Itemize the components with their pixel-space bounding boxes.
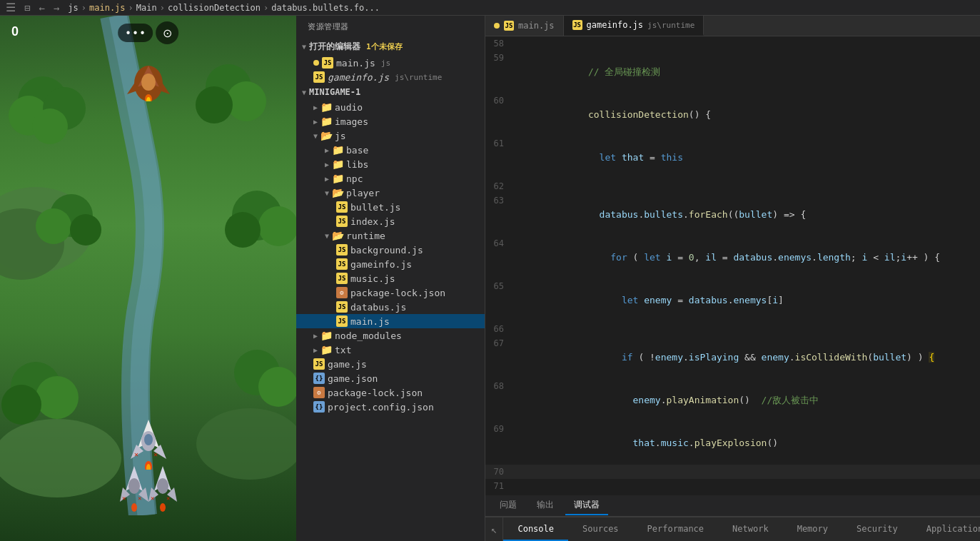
top-bar: ☰ ⊟ ← → js › main.js › Main › collisionD… xyxy=(0,0,980,16)
folder-arrow xyxy=(313,103,318,111)
devtools-icons: ↖ xyxy=(485,517,503,541)
devtools-tab-security[interactable]: Security xyxy=(842,517,912,541)
pkg-icon: ⚙ xyxy=(336,287,348,298)
tab-output[interactable]: 输出 xyxy=(528,496,562,515)
folder-arrow xyxy=(325,146,329,154)
file-gameinfo-js[interactable]: JS gameinfo.js xyxy=(296,257,485,271)
svg-point-24 xyxy=(141,74,156,91)
open-editors-badge: 1个未保存 xyxy=(366,41,403,52)
code-editor-area[interactable]: 58 59 // 全局碰撞检测 60 collisionDetection() … xyxy=(485,36,980,495)
devtools-tab-console[interactable]: Console xyxy=(503,517,568,541)
svg-point-0 xyxy=(18,76,68,126)
devtools-tab-sources[interactable]: Sources xyxy=(568,517,633,541)
project-arrow xyxy=(302,89,306,96)
svg-point-8 xyxy=(0,208,64,280)
file-background-js[interactable]: JS background.js xyxy=(296,243,485,257)
file-game-js[interactable]: JS game.js xyxy=(296,357,485,371)
folder-icon: 📁 xyxy=(320,116,332,127)
folder-npc[interactable]: 📁 npc xyxy=(296,171,485,186)
file-package-lock-json[interactable]: ⚙ package-lock.json xyxy=(296,385,485,400)
svg-text:✕: ✕ xyxy=(138,495,141,502)
folder-audio[interactable]: 📁 audio xyxy=(296,100,485,114)
js-icon: JS xyxy=(322,57,333,69)
devtools-tab-performance[interactable]: Performance xyxy=(633,517,718,541)
explorer-title: 资源管理器 xyxy=(296,16,485,38)
svg-point-39 xyxy=(128,478,140,494)
devtools-tab-bar: ↖ Console Sources Performance Network Me… xyxy=(485,517,980,541)
code-line-58: 58 xyxy=(485,36,980,51)
svg-text:✕: ✕ xyxy=(134,450,138,458)
open-file-gameinfo-js[interactable]: JS gameinfo.js js\runtime xyxy=(296,70,485,84)
svg-point-31 xyxy=(144,434,153,445)
project-label: MINIGAME-1 xyxy=(309,87,360,97)
folder-runtime[interactable]: 📂 runtime xyxy=(296,228,485,243)
file-databus-js[interactable]: JS databus.js xyxy=(296,300,485,314)
folder-node-modules[interactable]: 📁 node_modules xyxy=(296,328,485,343)
bottom-tab-bar: 问题 输出 调试器 xyxy=(485,495,980,517)
file-game-json[interactable]: {} game.json xyxy=(296,371,485,385)
code-editor-panel: JS main.js JS gameinfo.js js\runtime 58 … xyxy=(485,16,980,541)
svg-point-12 xyxy=(232,191,282,241)
hamburger-icon[interactable]: ☰ xyxy=(6,1,16,14)
editor-tab-bar: JS main.js JS gameinfo.js js\runtime xyxy=(485,16,980,36)
code-line-69: 69 that.music.playExplosion() xyxy=(485,422,980,465)
project-section[interactable]: MINIGAME-1 xyxy=(296,84,485,100)
cursor-icon[interactable]: ↖ xyxy=(491,524,497,535)
folder-libs[interactable]: 📁 libs xyxy=(296,157,485,171)
unsaved-indicator xyxy=(494,23,500,29)
tab-issues[interactable]: 问题 xyxy=(491,496,525,515)
open-file-main-js[interactable]: JS main.js js xyxy=(296,56,485,70)
game-target-button[interactable]: ⊙ xyxy=(156,21,178,44)
back-icon[interactable]: ← xyxy=(39,2,44,14)
svg-point-9 xyxy=(50,194,93,237)
js-icon: JS xyxy=(336,216,348,227)
svg-point-1 xyxy=(9,96,49,136)
json-icon: {} xyxy=(313,373,325,384)
file-music-js[interactable]: JS music.js xyxy=(296,271,485,285)
folder-icon: 📂 xyxy=(332,187,343,198)
forward-icon[interactable]: → xyxy=(54,2,59,14)
game-controls: • • • ⊙ xyxy=(118,21,179,44)
svg-point-15 xyxy=(11,362,61,412)
folder-base[interactable]: 📁 base xyxy=(296,143,485,157)
file-project-config-json[interactable]: {} project.config.json xyxy=(296,400,485,414)
svg-point-13 xyxy=(258,206,296,246)
folder-arrow xyxy=(325,232,329,240)
pkg-icon: ⚙ xyxy=(313,387,325,398)
file-bullet-js[interactable]: JS bullet.js xyxy=(296,200,485,214)
code-line-66: 66 xyxy=(485,322,980,336)
unsaved-dot xyxy=(313,60,319,66)
file-index-js[interactable]: JS index.js xyxy=(296,214,485,228)
folder-icon: 📁 xyxy=(332,158,343,170)
svg-point-2 xyxy=(43,87,86,130)
bookmark-icon[interactable]: ⊟ xyxy=(24,2,30,14)
tab-main-js[interactable]: JS main.js xyxy=(485,16,564,36)
svg-point-18 xyxy=(234,350,280,395)
open-editors-label: 打开的编辑器 xyxy=(309,41,360,53)
folder-images[interactable]: 📁 images xyxy=(296,114,485,128)
file-main-js[interactable]: JS main.js xyxy=(296,314,485,328)
json-icon: {} xyxy=(313,401,325,413)
devtools-tab-memory[interactable]: Memory xyxy=(783,517,842,541)
game-dots-button[interactable]: • • • xyxy=(118,24,153,42)
open-editors-section[interactable]: 打开的编辑器 1个未保存 xyxy=(296,38,485,56)
game-preview-panel: 0 • • • ⊙ xyxy=(0,16,296,541)
code-line-60: 60 collisionDetection() { xyxy=(485,93,980,136)
svg-point-4 xyxy=(206,64,251,110)
folder-js[interactable]: 📂 js xyxy=(296,128,485,143)
devtools-tab-application[interactable]: Application xyxy=(912,517,980,541)
folder-icon: 📁 xyxy=(320,330,332,341)
file-package-lock-json-runtime[interactable]: ⚙ package-lock.json xyxy=(296,285,485,300)
folder-icon: 📁 xyxy=(332,144,343,156)
folder-txt[interactable]: 📁 txt xyxy=(296,343,485,357)
svg-point-44 xyxy=(131,503,137,512)
folder-player[interactable]: 📂 player xyxy=(296,186,485,200)
svg-point-3 xyxy=(32,108,68,144)
tab-gameinfo-js[interactable]: JS gameinfo.js js\runtime xyxy=(564,16,704,36)
devtools-tab-network[interactable]: Network xyxy=(718,517,783,541)
svg-point-11 xyxy=(70,214,101,246)
js-icon: JS xyxy=(313,358,325,370)
code-line-68: 68 enemy.playAnimation() //敌人被击中 xyxy=(485,379,980,422)
tab-debugger[interactable]: 调试器 xyxy=(565,496,608,515)
svg-point-16 xyxy=(36,376,79,419)
